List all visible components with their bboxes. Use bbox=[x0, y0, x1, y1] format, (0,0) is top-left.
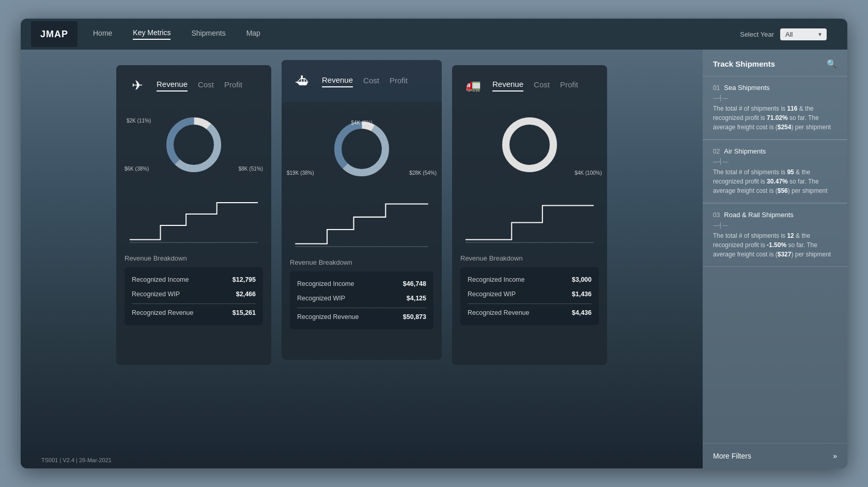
card-air-tabs: Revenue Cost Profit bbox=[157, 80, 242, 92]
card-road-stepchart bbox=[452, 191, 607, 248]
breakdown-road-row-2: Recognized WIP $1,436 bbox=[468, 287, 592, 301]
breakdown-road-label-1: Recognized Income bbox=[468, 276, 524, 283]
card-sea-tabs: Revenue Cost Profit bbox=[322, 75, 408, 87]
nav-key-metrics[interactable]: Key Metrics bbox=[133, 28, 171, 40]
breakdown-sea-value-total: $50,873 bbox=[403, 313, 426, 321]
tab-air-profit[interactable]: Profit bbox=[224, 80, 242, 91]
breakdown-sea-table: Recognized Income $46,748 Recognized WIP… bbox=[290, 271, 433, 329]
card-air-breakdown: Revenue Breakdown Recognized Income $12,… bbox=[116, 248, 271, 331]
logo: JMAP bbox=[31, 21, 78, 47]
breakdown-sea-row-1: Recognized Income $46,748 bbox=[297, 277, 426, 291]
card-road-tabs: Revenue Cost Profit bbox=[492, 80, 578, 92]
card-air-header: ✈ Revenue Cost Profit bbox=[116, 65, 271, 98]
air-icon: ✈ bbox=[125, 72, 150, 98]
sidebar-title: Track Shipments bbox=[713, 59, 775, 68]
breakdown-road-table: Recognized Income $3,000 Recognized WIP … bbox=[460, 267, 599, 325]
donut-sea-label-3: $19K (38%) bbox=[287, 170, 314, 176]
shipment-road-dash: —┤— bbox=[713, 222, 837, 228]
shipment-sea-name: Sea Shipments bbox=[724, 84, 769, 92]
select-year-label: Select Year bbox=[740, 31, 774, 38]
breakdown-air-value-2: $2,466 bbox=[236, 291, 256, 298]
year-select[interactable]: All 2021 2020 2019 bbox=[780, 28, 827, 40]
sea-icon: ⛴ bbox=[290, 68, 316, 94]
breakdown-sea-label-total: Recognized Revenue bbox=[297, 313, 359, 321]
shipment-road-name: Road & Rail Shipments bbox=[724, 211, 793, 219]
card-road-breakdown: Revenue Breakdown Recognized Income $3,0… bbox=[452, 248, 607, 331]
tab-sea-cost[interactable]: Cost bbox=[363, 76, 379, 87]
card-road-header: 🚛 Revenue Cost Profit bbox=[452, 65, 607, 98]
main-content: ✈ Revenue Cost Profit $2K (11%) bbox=[21, 50, 847, 468]
logo-text: JMAP bbox=[40, 29, 68, 40]
tab-road-cost[interactable]: Cost bbox=[534, 80, 550, 91]
donut-road-label-1: $4K (100%) bbox=[575, 170, 602, 176]
tab-air-revenue[interactable]: Revenue bbox=[157, 80, 188, 92]
more-filters-button[interactable]: More Filters » bbox=[703, 443, 847, 468]
breakdown-air-title: Revenue Breakdown bbox=[125, 254, 263, 262]
card-sea-donut: $4K (8%) $28K (54%) $19K (38%) bbox=[282, 108, 442, 190]
road-icon: 🚛 bbox=[460, 72, 486, 98]
breakdown-sea-row-total: Recognized Revenue $50,873 bbox=[297, 308, 426, 324]
shipment-road-desc: The total # of shipments is 12 & the rec… bbox=[713, 231, 837, 259]
card-air-stepchart bbox=[116, 191, 271, 248]
card-road: 🚛 Revenue Cost Profit $4K (100%) bbox=[452, 65, 607, 365]
breakdown-air-label-1: Recognized Income bbox=[132, 276, 189, 283]
breakdown-air-value-1: $12,795 bbox=[233, 276, 256, 283]
more-filters-arrow-icon: » bbox=[833, 452, 837, 460]
nav-right: Select Year All 2021 2020 2019 ▼ bbox=[740, 28, 827, 40]
cards-area: ✈ Revenue Cost Profit $2K (11%) bbox=[21, 50, 703, 468]
year-select-wrapper: All 2021 2020 2019 ▼ bbox=[780, 28, 827, 40]
card-sea-breakdown: Revenue Breakdown Recognized Income $46,… bbox=[282, 252, 442, 336]
breakdown-air-label-2: Recognized WIP bbox=[132, 291, 180, 298]
tab-road-revenue[interactable]: Revenue bbox=[492, 80, 523, 92]
breakdown-sea-label-2: Recognized WIP bbox=[297, 295, 345, 302]
shipment-road-num: 03 bbox=[713, 211, 720, 219]
breakdown-road-title: Revenue Breakdown bbox=[460, 254, 599, 262]
tab-sea-revenue[interactable]: Revenue bbox=[322, 75, 353, 87]
tab-sea-profit[interactable]: Profit bbox=[390, 76, 408, 87]
breakdown-sea-value-2: $4,125 bbox=[407, 295, 426, 302]
donut-air-label-1: $2K (11%) bbox=[127, 118, 151, 124]
tab-road-profit[interactable]: Profit bbox=[560, 80, 578, 91]
shipment-air-dash: —┤— bbox=[713, 158, 837, 164]
breakdown-air-row-total: Recognized Revenue $15,261 bbox=[132, 303, 256, 320]
breakdown-road-value-2: $1,436 bbox=[572, 291, 592, 298]
shipment-sea-num-row: 01 Sea Shipments bbox=[713, 84, 837, 92]
svg-point-11 bbox=[506, 121, 553, 169]
shipment-entry-air: 02 Air Shipments —┤— The total # of ship… bbox=[703, 140, 847, 203]
breakdown-road-row-1: Recognized Income $3,000 bbox=[468, 272, 592, 287]
breakdown-road-label-total: Recognized Revenue bbox=[468, 309, 530, 316]
breakdown-sea-value-1: $46,748 bbox=[403, 280, 426, 287]
sidebar-header: Track Shipments 🔍 bbox=[703, 50, 847, 77]
breakdown-air-row-1: Recognized Income $12,795 bbox=[132, 272, 256, 287]
donut-sea-label-2: $28K (54%) bbox=[409, 170, 437, 176]
donut-air-label-3: $6K (38%) bbox=[125, 166, 149, 172]
card-sea-stepchart bbox=[282, 195, 442, 252]
nav-map[interactable]: Map bbox=[246, 29, 260, 39]
shipment-sea-desc: The total # of shipments is 116 & the re… bbox=[713, 104, 837, 132]
version-text: TS001 | V2.4 | 28-Mar-2021 bbox=[41, 457, 112, 463]
breakdown-air-row-2: Recognized WIP $2,466 bbox=[132, 287, 256, 301]
tab-air-cost[interactable]: Cost bbox=[198, 80, 214, 91]
nav-home[interactable]: Home bbox=[93, 29, 112, 39]
breakdown-sea-row-2: Recognized WIP $4,125 bbox=[297, 291, 426, 306]
search-icon[interactable]: 🔍 bbox=[827, 59, 837, 69]
breakdown-air-table: Recognized Income $12,795 Recognized WIP… bbox=[125, 267, 263, 325]
donut-air-label-2: $8K (51%) bbox=[239, 166, 263, 172]
breakdown-road-label-2: Recognized WIP bbox=[468, 291, 516, 298]
breakdown-road-row-total: Recognized Revenue $4,436 bbox=[468, 303, 592, 320]
nav-shipments[interactable]: Shipments bbox=[191, 29, 225, 39]
shipment-entry-road: 03 Road & Rail Shipments —┤— The total #… bbox=[703, 204, 847, 267]
sidebar: Track Shipments 🔍 01 Sea Shipments —┤— T… bbox=[703, 50, 847, 468]
shipment-sea-dash: —┤— bbox=[713, 95, 837, 101]
breakdown-sea-label-1: Recognized Income bbox=[297, 280, 354, 287]
breakdown-sea-title: Revenue Breakdown bbox=[290, 258, 433, 266]
card-air: ✈ Revenue Cost Profit $2K (11%) bbox=[116, 65, 271, 365]
card-air-donut: $2K (11%) $8K (51%) $6K (38%) bbox=[116, 103, 271, 186]
more-filters-text: More Filters bbox=[713, 452, 751, 460]
shipment-air-name: Air Shipments bbox=[724, 147, 766, 155]
shipment-air-desc: The total # of shipments is 95 & the rec… bbox=[713, 168, 837, 195]
donut-sea-label-1: $4K (8%) bbox=[351, 120, 373, 126]
card-sea-header: ⛴ Revenue Cost Profit bbox=[282, 60, 442, 102]
shipment-road-num-row: 03 Road & Rail Shipments bbox=[713, 211, 837, 219]
breakdown-road-value-total: $4,436 bbox=[572, 309, 592, 316]
